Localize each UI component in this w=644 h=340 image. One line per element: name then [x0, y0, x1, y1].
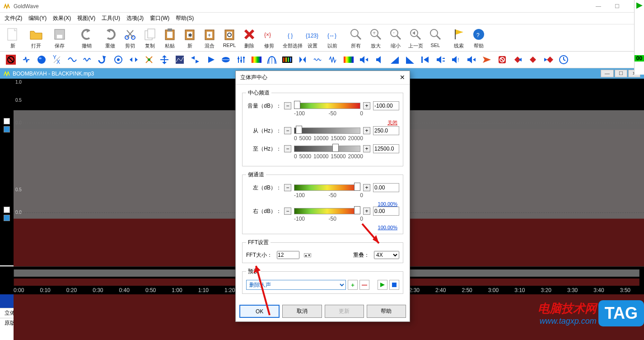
fx-speaker-icon[interactable]	[373, 53, 386, 66]
menu-effect[interactable]: 效果(X)	[53, 14, 71, 22]
to-hz-decrease-button[interactable]: −	[284, 145, 291, 152]
doc-minimize-icon[interactable]: —	[601, 70, 614, 77]
fft-size-input[interactable]	[277, 251, 299, 259]
fx-speaker-left-icon[interactable]	[358, 53, 370, 66]
ch2-mute-checkbox[interactable]	[4, 207, 10, 213]
tb-all[interactable]: 所有	[346, 26, 366, 50]
fx-wave-big-icon[interactable]	[327, 53, 340, 66]
menu-edit[interactable]: 编辑(Y)	[28, 14, 47, 22]
fft-size-spinner-icon[interactable]: ▲▼	[304, 253, 311, 257]
right-pct-link[interactable]: 100.00%	[246, 225, 399, 230]
window-minimize-icon[interactable]: —	[593, 2, 604, 10]
fx-speaker-excl-icon[interactable]: !	[450, 53, 462, 66]
fx-cycle-icon[interactable]	[143, 53, 155, 66]
fx-diamond-icon[interactable]	[527, 53, 539, 66]
tb-trim[interactable]: {×}修剪	[259, 26, 279, 50]
fx-swap-icon[interactable]	[189, 53, 201, 66]
tb-redo[interactable]: 重做	[100, 26, 120, 50]
cancel-button[interactable]: 取消	[282, 305, 322, 318]
fx-send-icon[interactable]	[481, 53, 493, 66]
tb-set[interactable]: {123}设置	[303, 26, 322, 50]
preset-play-button[interactable]	[378, 280, 387, 290]
overlap-select[interactable]: 4X	[374, 251, 399, 259]
tb-repl[interactable]: REPL	[219, 26, 239, 50]
tb-cut[interactable]: 剪切	[120, 26, 140, 50]
to-hz-input[interactable]	[373, 144, 399, 153]
preset-remove-button[interactable]: —	[359, 280, 369, 290]
window-maximize-icon[interactable]: ☐	[612, 2, 622, 10]
right-db-increase-button[interactable]: +	[363, 208, 370, 215]
left-db-increase-button[interactable]: +	[363, 184, 370, 191]
fx-rainbow2-icon[interactable]	[342, 53, 355, 66]
to-hz-increase-button[interactable]: +	[363, 145, 370, 152]
volume-slider[interactable]	[294, 102, 360, 110]
preset-select[interactable]: 删除人声	[246, 280, 346, 290]
tb-sel[interactable]: SEL	[425, 26, 445, 50]
menu-window[interactable]: 窗口(W)	[150, 14, 169, 22]
left-pct-link[interactable]: 100.00%	[246, 201, 399, 207]
fx-speaker-arrow-icon[interactable]	[465, 53, 478, 66]
preset-add-button[interactable]: ＋	[348, 280, 358, 290]
fx-wave-small-icon[interactable]	[312, 53, 324, 66]
fx-clock-icon[interactable]	[557, 53, 570, 66]
close-link[interactable]: 关闭	[246, 119, 399, 126]
right-db-input[interactable]	[373, 207, 399, 216]
fx-autotrim-icon[interactable]	[20, 53, 33, 66]
fx-target-icon[interactable]	[112, 53, 125, 66]
ch1-mute-checkbox[interactable]	[4, 118, 10, 124]
menu-file[interactable]: 文件(Z)	[5, 14, 22, 22]
tb-prev[interactable]: {↔}以前	[322, 26, 342, 50]
tb-mix[interactable]: +混合	[200, 26, 219, 50]
ch2-enable-checkbox[interactable]	[4, 215, 10, 221]
dialog-close-icon[interactable]: ✕	[400, 74, 405, 81]
preset-stop-button[interactable]	[389, 280, 399, 290]
volume-increase-button[interactable]: +	[363, 102, 370, 109]
play-indicator-icon[interactable]: ▶	[635, 0, 644, 10]
fx-compress-icon[interactable]	[296, 53, 309, 66]
fx-pill-icon[interactable]	[219, 53, 232, 66]
left-db-input[interactable]	[373, 183, 399, 192]
fx-left-icon[interactable]	[204, 53, 217, 66]
tb-paste-new[interactable]: ✱新	[180, 26, 200, 50]
from-hz-decrease-button[interactable]: −	[284, 127, 291, 134]
menu-help[interactable]: 帮助(S)	[176, 14, 194, 22]
fx-wave2-icon[interactable]	[81, 53, 94, 66]
from-hz-increase-button[interactable]: +	[363, 127, 370, 134]
left-db-slider[interactable]	[294, 184, 360, 192]
fx-vol-up-icon[interactable]	[404, 53, 416, 66]
tb-paste[interactable]: 粘贴	[160, 26, 180, 50]
tb-pgup[interactable]: 上一页	[406, 26, 425, 50]
fx-wave1-icon[interactable]	[66, 53, 79, 66]
tb-copy[interactable]: 复制	[140, 26, 160, 50]
right-db-decrease-button[interactable]: −	[284, 208, 291, 215]
fx-uturn-icon[interactable]	[97, 53, 109, 66]
volume-decrease-button[interactable]: −	[284, 102, 291, 109]
help-button[interactable]: 帮助	[367, 305, 406, 318]
tb-selall[interactable]: { }全部选择	[283, 26, 303, 50]
tb-cue[interactable]: 线索	[449, 26, 469, 50]
fx-rainbow-icon[interactable]	[250, 53, 263, 66]
tb-help[interactable]: ?帮助	[469, 26, 489, 50]
fx-sphere-icon[interactable]	[35, 53, 48, 66]
fx-graph-icon[interactable]	[173, 53, 186, 66]
tb-undo[interactable]: 撤销	[77, 26, 97, 50]
fx-arrows-in-icon[interactable]	[127, 53, 140, 66]
tb-save[interactable]: 保存	[50, 26, 70, 50]
tb-zoomout[interactable]: -缩小	[386, 26, 406, 50]
menu-options[interactable]: 选项(J)	[126, 14, 144, 22]
doc-maximize-icon[interactable]: ☐	[615, 70, 627, 77]
left-db-decrease-button[interactable]: −	[284, 184, 291, 191]
fx-diamond-left-icon[interactable]	[542, 53, 555, 66]
right-db-slider[interactable]	[294, 207, 360, 215]
menu-tools[interactable]: 工具(U)	[102, 14, 120, 22]
ok-button[interactable]: OK	[239, 305, 280, 318]
to-hz-slider[interactable]	[294, 145, 360, 153]
fx-arrows-cross-icon[interactable]	[158, 53, 171, 66]
tb-delete[interactable]: 删除	[239, 26, 259, 50]
fx-spectrum-icon[interactable]	[281, 53, 294, 66]
fx-diamond-right-icon[interactable]	[511, 53, 524, 66]
tb-new[interactable]: 新	[3, 26, 23, 50]
fx-sliders-icon[interactable]	[235, 53, 247, 66]
from-hz-input[interactable]	[373, 126, 399, 135]
fx-noblock2-icon[interactable]	[496, 53, 509, 66]
